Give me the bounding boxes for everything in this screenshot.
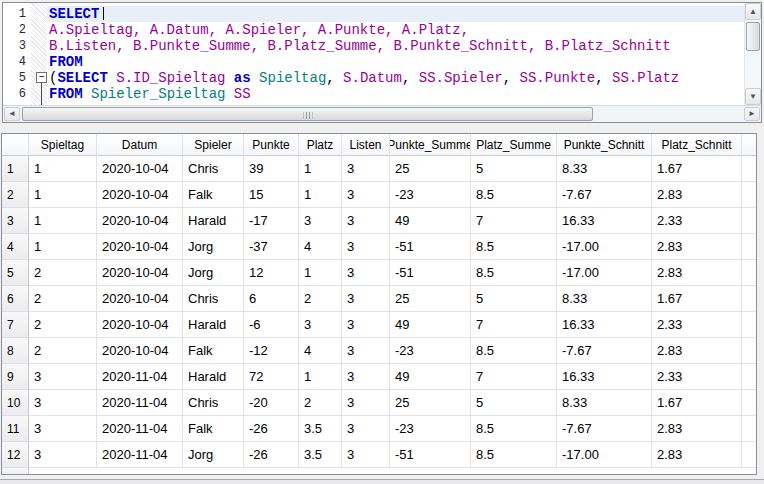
cell-datum[interactable]: 2020-11-04 bbox=[97, 364, 183, 390]
cell-punkte_schnitt[interactable]: 16.33 bbox=[557, 208, 652, 234]
cell-punkte_summe[interactable]: -23 bbox=[390, 416, 471, 442]
editor-horizontal-scrollbar[interactable]: ◄ ► bbox=[3, 105, 761, 122]
cell-punkte_summe[interactable]: -51 bbox=[390, 234, 471, 260]
cell-punkte_schnitt[interactable]: -7.67 bbox=[557, 338, 652, 364]
cell-datum[interactable]: 2020-10-04 bbox=[97, 338, 183, 364]
horizontal-scrollbar-thumb[interactable] bbox=[22, 107, 593, 121]
cell-spieltag[interactable]: 1 bbox=[29, 208, 97, 234]
row-header[interactable]: 4 bbox=[2, 234, 29, 260]
cell-punkte_schnitt[interactable]: -17.00 bbox=[557, 442, 652, 468]
cell-platz_schnitt[interactable]: 2.83 bbox=[652, 260, 742, 286]
vertical-scrollbar-thumb[interactable] bbox=[746, 22, 760, 51]
cell-platz[interactable]: 3 bbox=[299, 208, 342, 234]
grid-corner-cell[interactable] bbox=[2, 134, 29, 156]
column-header-platz_schnitt[interactable]: Platz_Schnitt bbox=[652, 134, 742, 156]
cell-listen[interactable]: 3 bbox=[342, 182, 390, 208]
sql-editor[interactable]: 123456 − SELECTA.Spieltag, A.Datum, A.Sp… bbox=[3, 3, 761, 105]
cell-punkte_schnitt[interactable]: 8.33 bbox=[557, 390, 652, 416]
cell-platz[interactable]: 3.5 bbox=[299, 442, 342, 468]
fold-collapse-button[interactable]: − bbox=[36, 72, 47, 83]
code-line[interactable]: FROM Spieler_Spieltag SS bbox=[49, 86, 744, 102]
cell-punkte_schnitt[interactable]: -7.67 bbox=[557, 416, 652, 442]
cell-punkte[interactable]: -26 bbox=[244, 442, 299, 468]
cell-datum[interactable]: 2020-11-04 bbox=[97, 416, 183, 442]
cell-platz_schnitt[interactable]: 2.83 bbox=[652, 234, 742, 260]
cell-platz_schnitt[interactable]: 2.83 bbox=[652, 442, 742, 468]
cell-platz[interactable]: 2 bbox=[299, 286, 342, 312]
column-header-punkte_summe[interactable]: Punkte_Summe bbox=[390, 134, 471, 156]
cell-platz_schnitt[interactable]: 2.83 bbox=[652, 182, 742, 208]
cell-platz_summe[interactable]: 8.5 bbox=[471, 234, 557, 260]
cell-punkte_summe[interactable]: -23 bbox=[390, 182, 471, 208]
cell-platz[interactable]: 4 bbox=[299, 338, 342, 364]
cell-datum[interactable]: 2020-11-04 bbox=[97, 390, 183, 416]
cell-datum[interactable]: 2020-10-04 bbox=[97, 286, 183, 312]
code-line[interactable]: (SELECT S.ID_Spieltag as Spieltag, S.Dat… bbox=[49, 70, 744, 86]
cell-listen[interactable]: 3 bbox=[342, 442, 390, 468]
code-line[interactable]: SELECT bbox=[49, 6, 744, 22]
cell-punkte_summe[interactable]: 49 bbox=[390, 208, 471, 234]
cell-spieltag[interactable]: 1 bbox=[29, 156, 97, 182]
cell-spieler[interactable]: Harald bbox=[183, 312, 244, 338]
cell-platz_schnitt[interactable]: 2.33 bbox=[652, 312, 742, 338]
cell-spieler[interactable]: Falk bbox=[183, 416, 244, 442]
cell-spieltag[interactable]: 3 bbox=[29, 364, 97, 390]
cell-platz_schnitt[interactable]: 2.83 bbox=[652, 416, 742, 442]
cell-datum[interactable]: 2020-10-04 bbox=[97, 208, 183, 234]
cell-platz_summe[interactable]: 8.5 bbox=[471, 442, 557, 468]
code-line[interactable]: B.Listen, B.Punkte_Summe, B.Platz_Summe,… bbox=[49, 38, 744, 54]
cell-platz[interactable]: 1 bbox=[299, 364, 342, 390]
column-header-datum[interactable]: Datum bbox=[97, 134, 183, 156]
scroll-left-button[interactable]: ◄ bbox=[4, 107, 20, 121]
cell-punkte_schnitt[interactable]: 16.33 bbox=[557, 312, 652, 338]
cell-platz_schnitt[interactable]: 2.83 bbox=[652, 338, 742, 364]
cell-punkte_summe[interactable]: 49 bbox=[390, 312, 471, 338]
cell-punkte[interactable]: -12 bbox=[244, 338, 299, 364]
column-header-platz[interactable]: Platz bbox=[299, 134, 342, 156]
cell-platz[interactable]: 1 bbox=[299, 156, 342, 182]
scroll-up-button[interactable]: ▲ bbox=[745, 3, 761, 20]
cell-punkte_summe[interactable]: -23 bbox=[390, 338, 471, 364]
cell-platz[interactable]: 3.5 bbox=[299, 416, 342, 442]
cell-datum[interactable]: 2020-10-04 bbox=[97, 182, 183, 208]
cell-platz_summe[interactable]: 8.5 bbox=[471, 260, 557, 286]
cell-spieler[interactable]: Jorg bbox=[183, 260, 244, 286]
cell-platz_summe[interactable]: 8.5 bbox=[471, 182, 557, 208]
row-header[interactable]: 2 bbox=[2, 182, 29, 208]
cell-listen[interactable]: 3 bbox=[342, 286, 390, 312]
cell-punkte[interactable]: 12 bbox=[244, 260, 299, 286]
scroll-down-button[interactable]: ▼ bbox=[745, 88, 761, 105]
cell-platz_summe[interactable]: 5 bbox=[471, 390, 557, 416]
cell-spieltag[interactable]: 2 bbox=[29, 260, 97, 286]
cell-listen[interactable]: 3 bbox=[342, 390, 390, 416]
row-header[interactable]: 3 bbox=[2, 208, 29, 234]
cell-platz[interactable]: 4 bbox=[299, 234, 342, 260]
code-lines[interactable]: SELECTA.Spieltag, A.Datum, A.Spieler, A.… bbox=[49, 6, 744, 102]
cell-spieltag[interactable]: 3 bbox=[29, 416, 97, 442]
cell-platz_summe[interactable]: 7 bbox=[471, 208, 557, 234]
cell-listen[interactable]: 3 bbox=[342, 260, 390, 286]
cell-listen[interactable]: 3 bbox=[342, 338, 390, 364]
cell-platz_schnitt[interactable]: 1.67 bbox=[652, 390, 742, 416]
cell-listen[interactable]: 3 bbox=[342, 156, 390, 182]
cell-datum[interactable]: 2020-10-04 bbox=[97, 156, 183, 182]
cell-listen[interactable]: 3 bbox=[342, 364, 390, 390]
cell-spieltag[interactable]: 2 bbox=[29, 312, 97, 338]
cell-platz[interactable]: 2 bbox=[299, 390, 342, 416]
cell-platz_summe[interactable]: 5 bbox=[471, 286, 557, 312]
cell-punkte_schnitt[interactable]: -17.00 bbox=[557, 260, 652, 286]
cell-punkte_schnitt[interactable]: 8.33 bbox=[557, 286, 652, 312]
cell-punkte_summe[interactable]: -51 bbox=[390, 260, 471, 286]
column-header-punkte[interactable]: Punkte bbox=[244, 134, 299, 156]
editor-vertical-scrollbar[interactable]: ▲ ▼ bbox=[744, 3, 761, 105]
row-header[interactable]: 6 bbox=[2, 286, 29, 312]
cell-punkte_schnitt[interactable]: 8.33 bbox=[557, 156, 652, 182]
column-header-spieler[interactable]: Spieler bbox=[183, 134, 244, 156]
cell-platz[interactable]: 1 bbox=[299, 260, 342, 286]
cell-platz_schnitt[interactable]: 1.67 bbox=[652, 286, 742, 312]
code-line[interactable]: A.Spieltag, A.Datum, A.Spieler, A.Punkte… bbox=[49, 22, 744, 38]
cell-punkte[interactable]: 6 bbox=[244, 286, 299, 312]
column-header-spieltag[interactable]: Spieltag bbox=[29, 134, 97, 156]
cell-punkte[interactable]: -37 bbox=[244, 234, 299, 260]
cell-punkte_schnitt[interactable]: -17.00 bbox=[557, 234, 652, 260]
